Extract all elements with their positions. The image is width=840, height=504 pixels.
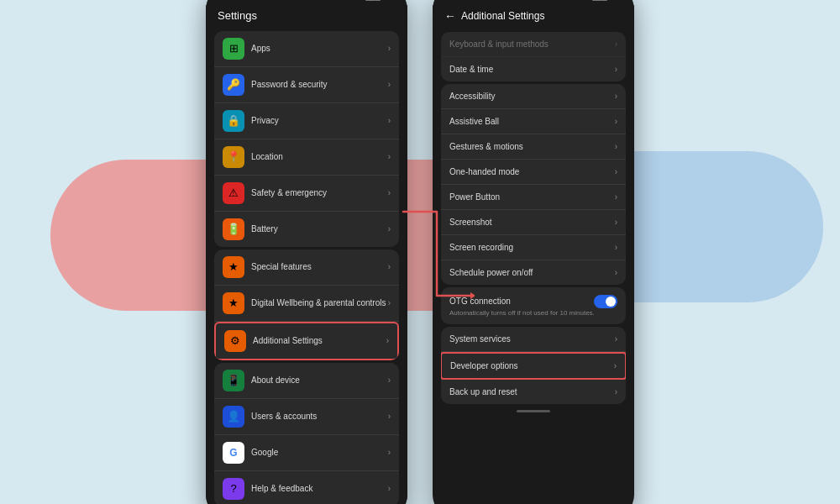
one-handed-chevron: › bbox=[615, 167, 617, 176]
battery-chevron: › bbox=[388, 224, 391, 234]
safety-chevron: › bbox=[388, 188, 391, 197]
system-services-chevron: › bbox=[615, 334, 617, 344]
about-icon: 📱 bbox=[223, 370, 244, 391]
item-backup-reset[interactable]: Back up and reset › bbox=[441, 380, 626, 404]
assistive-ball-label: Assistive Ball bbox=[449, 117, 615, 126]
item-schedule-power[interactable]: Schedule power on/off › bbox=[441, 260, 626, 285]
about-chevron: › bbox=[388, 375, 391, 385]
settings-item-wellbeing[interactable]: ★ Digital Wellbeing & parental controls … bbox=[214, 286, 399, 322]
settings-item-privacy[interactable]: 🔒 Privacy › bbox=[214, 103, 399, 139]
google-icon: G bbox=[223, 442, 244, 464]
users-label: Users & accounts bbox=[251, 412, 388, 421]
power-button-chevron: › bbox=[615, 192, 617, 202]
keyboard-label: Keyboard & input methods bbox=[449, 39, 615, 49]
phone-additional-settings: 7:44 ● ⓔ ▓▓▓ 38% ← Additional Settings K… bbox=[433, 0, 634, 504]
otg-sublabel: Automatically turns off if not used for … bbox=[449, 309, 595, 317]
google-label: Google bbox=[251, 448, 388, 457]
additional-group-otg: OTG connection Automatically turns off i… bbox=[441, 287, 626, 324]
phone1-time: 7:43 bbox=[218, 0, 234, 1]
otg-label: OTG connection bbox=[449, 297, 594, 306]
privacy-chevron: › bbox=[388, 116, 391, 125]
otg-toggle[interactable] bbox=[594, 295, 617, 308]
password-chevron: › bbox=[388, 80, 391, 89]
location-label: Location bbox=[251, 152, 388, 161]
item-system-services[interactable]: System services › bbox=[441, 327, 626, 352]
battery-icon: 🔋 bbox=[223, 218, 244, 240]
phone2-screen: 7:44 ● ⓔ ▓▓▓ 38% ← Additional Settings K… bbox=[433, 0, 634, 416]
phones-container: 7:43 ● ⓔ ▓▓▓ 38% Settings ⊞ Apps › 🔑 Pas… bbox=[206, 0, 634, 504]
settings-item-google[interactable]: G Google › bbox=[214, 435, 399, 471]
settings-item-apps[interactable]: ⊞ Apps › bbox=[214, 31, 399, 67]
settings-item-additional[interactable]: ⚙ Additional Settings › bbox=[214, 322, 399, 360]
item-otg[interactable]: OTG connection Automatically turns off i… bbox=[441, 287, 626, 324]
help-label: Help & feedback bbox=[251, 484, 388, 493]
screenshot-label: Screenshot bbox=[449, 218, 615, 227]
wellbeing-chevron: › bbox=[388, 298, 391, 307]
safety-label: Safety & emergency bbox=[251, 188, 388, 197]
developer-options-chevron: › bbox=[614, 361, 617, 370]
settings-item-users[interactable]: 👤 Users & accounts › bbox=[214, 399, 399, 435]
toggle-knob bbox=[606, 297, 616, 307]
date-time-label: Date & time bbox=[449, 65, 615, 74]
item-screenshot[interactable]: Screenshot › bbox=[441, 210, 626, 235]
phone2-status-icons: ● ⓔ ▓▓▓ 38% bbox=[578, 0, 622, 1]
settings-item-help[interactable]: ? Help & feedback › bbox=[214, 471, 399, 505]
phone1-title: Settings bbox=[206, 4, 407, 29]
wellbeing-label: Digital Wellbeing & parental controls bbox=[251, 298, 388, 307]
settings-item-safety[interactable]: ⚠ Safety & emergency › bbox=[214, 176, 399, 212]
item-accessibility[interactable]: Accessibility › bbox=[441, 84, 626, 109]
screen-recording-chevron: › bbox=[615, 243, 617, 252]
location-icon: 📍 bbox=[223, 146, 244, 168]
gestures-label: Gestures & motions bbox=[449, 142, 615, 151]
additional-group-middle: Accessibility › Assistive Ball › Gesture… bbox=[441, 84, 626, 285]
privacy-label: Privacy bbox=[251, 116, 388, 125]
settings-item-special[interactable]: ★ Special features › bbox=[214, 249, 399, 286]
item-one-handed[interactable]: One-handed mode › bbox=[441, 160, 626, 185]
item-date-time[interactable]: Date & time › bbox=[441, 57, 626, 81]
users-icon: 👤 bbox=[223, 406, 244, 428]
additional-group-bottom: System services › Developer options › Ba… bbox=[441, 327, 626, 404]
schedule-power-chevron: › bbox=[615, 268, 617, 277]
additional-group-top: Keyboard & input methods › Date & time › bbox=[441, 32, 626, 81]
settings-item-battery[interactable]: 🔋 Battery › bbox=[214, 212, 399, 247]
help-icon: ? bbox=[223, 478, 244, 500]
scroll-bar-2 bbox=[517, 410, 550, 412]
settings-item-password[interactable]: 🔑 Password & security › bbox=[214, 67, 399, 103]
accessibility-label: Accessibility bbox=[449, 92, 615, 101]
password-icon: 🔑 bbox=[223, 74, 244, 96]
settings-group-2: ★ Special features › ★ Digital Wellbeing… bbox=[214, 249, 399, 360]
apps-chevron: › bbox=[388, 44, 391, 53]
location-chevron: › bbox=[388, 152, 391, 161]
apps-label: Apps bbox=[251, 44, 388, 53]
date-time-chevron: › bbox=[615, 65, 617, 74]
assistive-ball-chevron: › bbox=[615, 117, 617, 126]
item-keyboard[interactable]: Keyboard & input methods › bbox=[441, 32, 626, 57]
accessibility-chevron: › bbox=[615, 92, 617, 101]
item-power-button[interactable]: Power Button › bbox=[441, 185, 626, 210]
privacy-icon: 🔒 bbox=[223, 110, 244, 132]
back-arrow-icon[interactable]: ← bbox=[444, 9, 456, 23]
developer-options-label: Developer options bbox=[450, 361, 614, 370]
google-chevron: › bbox=[388, 448, 391, 457]
settings-group-1: ⊞ Apps › 🔑 Password & security › 🔒 Priva… bbox=[214, 31, 399, 247]
item-assistive-ball[interactable]: Assistive Ball › bbox=[441, 109, 626, 134]
item-screen-recording[interactable]: Screen recording › bbox=[441, 235, 626, 260]
settings-group-3: 📱 About device › 👤 Users & accounts › G … bbox=[214, 363, 399, 505]
screenshot-chevron: › bbox=[615, 218, 617, 227]
phone2-title: Additional Settings bbox=[461, 10, 544, 22]
special-label: Special features bbox=[251, 262, 388, 271]
additional-label: Additional Settings bbox=[253, 336, 386, 345]
settings-item-location[interactable]: 📍 Location › bbox=[214, 139, 399, 176]
item-gestures[interactable]: Gestures & motions › bbox=[441, 134, 626, 160]
one-handed-label: One-handed mode bbox=[449, 167, 615, 176]
item-developer-options[interactable]: Developer options › bbox=[441, 352, 626, 380]
about-label: About device bbox=[251, 375, 388, 385]
keyboard-chevron: › bbox=[615, 39, 617, 49]
system-services-label: System services bbox=[449, 334, 615, 344]
phone1-status-icons: ● ⓔ ▓▓▓ 38% bbox=[351, 0, 396, 1]
schedule-power-label: Schedule power on/off bbox=[449, 268, 615, 277]
special-icon: ★ bbox=[223, 256, 244, 278]
additional-chevron: › bbox=[386, 336, 389, 345]
phone1-screen: 7:43 ● ⓔ ▓▓▓ 38% Settings ⊞ Apps › 🔑 Pas… bbox=[206, 0, 407, 504]
settings-item-about[interactable]: 📱 About device › bbox=[214, 363, 399, 399]
